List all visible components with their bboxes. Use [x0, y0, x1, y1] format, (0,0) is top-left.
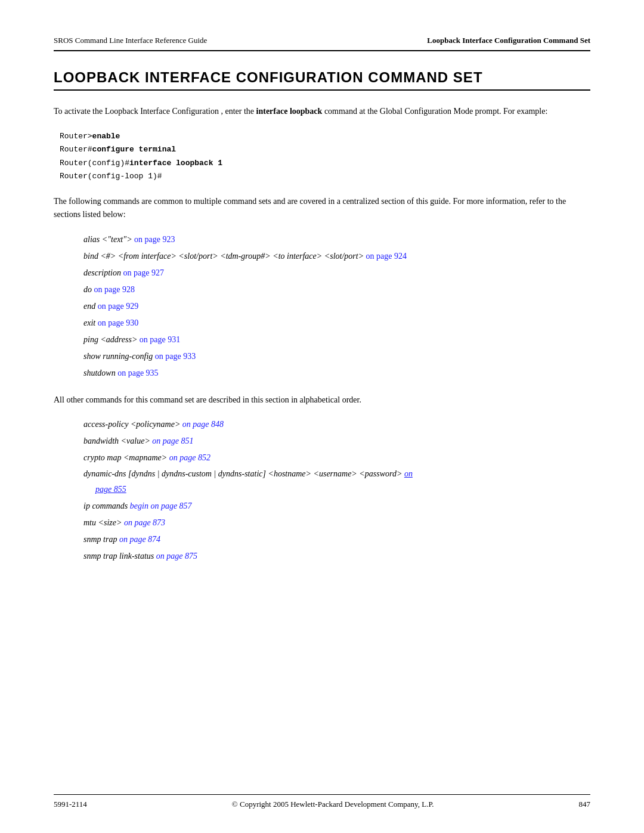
link-item-alias: alias <"text"> on page 923	[83, 231, 590, 248]
link-bandwidth[interactable]: on page 851	[152, 436, 193, 445]
link-item-mtu: mtu <size> on page 873	[83, 515, 590, 531]
link-item-dynamic-dns: dynamic-dns [dyndns | dyndns-custom | dy…	[83, 466, 590, 481]
all-other-text: All other commands for this command set …	[54, 394, 590, 407]
footer-page-number: 847	[578, 800, 590, 809]
footer-doc-number: 5991-2114	[54, 800, 87, 809]
link-mtu[interactable]: on page 873	[124, 518, 165, 527]
link-ping[interactable]: on page 931	[140, 335, 180, 344]
title-rule	[54, 89, 590, 91]
page: SROS Command Line Interface Reference Gu…	[0, 0, 644, 833]
link-end[interactable]: on page 929	[98, 302, 138, 311]
code-line-1: Router>enable	[60, 130, 590, 143]
code-line-3: Router(config)#interface loopback 1	[60, 157, 590, 170]
page-footer: 5991-2114 © Copyright 2005 Hewlett-Packa…	[54, 794, 590, 809]
link-crypto-map[interactable]: on page 852	[169, 453, 210, 462]
link-item-snmp-trap-link: snmp trap link-status on page 875	[83, 548, 590, 565]
link-item-shutdown: shutdown on page 935	[83, 365, 590, 382]
command-links-list: access-policy <policyname> on page 848 b…	[83, 416, 590, 565]
link-shutdown[interactable]: on page 935	[117, 368, 158, 377]
link-dynamic-dns[interactable]: on	[404, 469, 413, 478]
intro-text1: To activate the Loopback Interface Confi…	[54, 107, 256, 116]
link-item-description: description on page 927	[83, 265, 590, 281]
intro-bold1: interface loopback	[256, 107, 323, 116]
common-section-text: The following commands are common to mul…	[54, 195, 590, 222]
link-item-do: do on page 928	[83, 281, 590, 298]
link-item-bandwidth: bandwidth <value> on page 851	[83, 433, 590, 450]
header-right: Loopback Interface Configuration Command…	[427, 36, 590, 45]
intro-text2: command at the Global Configuration Mode…	[322, 107, 547, 116]
link-item-dynamic-dns-cont: page 855	[83, 481, 590, 498]
link-item-bind: bind <#> <from interface> <slot/port> <t…	[83, 248, 590, 265]
link-item-exit: exit on page 930	[83, 315, 590, 332]
link-exit[interactable]: on page 930	[98, 318, 138, 327]
code-block: Router>enable Router#configure terminal …	[60, 130, 590, 182]
page-header: SROS Command Line Interface Reference Gu…	[54, 36, 590, 45]
link-do[interactable]: on page 928	[94, 285, 135, 294]
link-item-ip-commands: ip commands begin on page 857	[83, 498, 590, 515]
link-bind[interactable]: on page 924	[366, 252, 407, 261]
link-item-access-policy: access-policy <policyname> on page 848	[83, 416, 590, 433]
link-show[interactable]: on page 933	[155, 352, 196, 361]
link-snmp-trap-link[interactable]: on page 875	[156, 552, 197, 561]
page-title: Loopback Interface Configuration Command…	[54, 69, 590, 86]
link-access-policy[interactable]: on page 848	[182, 420, 224, 429]
link-item-ping: ping <address> on page 931	[83, 332, 590, 348]
link-item-end: end on page 929	[83, 298, 590, 315]
link-snmp-trap[interactable]: on page 874	[119, 535, 160, 544]
code-line-4: Router(config-loop 1)#	[60, 170, 590, 183]
common-links-list: alias <"text"> on page 923 bind <#> <fro…	[83, 231, 590, 382]
header-rule	[54, 50, 590, 51]
code-line-2: Router#configure terminal	[60, 143, 590, 156]
link-item-snmp-trap: snmp trap on page 874	[83, 531, 590, 548]
intro-paragraph: To activate the Loopback Interface Confi…	[54, 105, 590, 118]
link-alias[interactable]: on page 923	[134, 235, 175, 244]
link-item-show: show running-config on page 933	[83, 348, 590, 365]
header-left: SROS Command Line Interface Reference Gu…	[54, 36, 207, 45]
link-description[interactable]: on page 927	[123, 268, 164, 277]
link-item-crypto-map: crypto map <mapname> on page 852	[83, 450, 590, 466]
link-ip-commands[interactable]: begin on page 857	[130, 501, 192, 510]
link-dynamic-dns-page[interactable]: page 855	[95, 485, 126, 494]
footer-copyright: © Copyright 2005 Hewlett-Packard Develop…	[232, 800, 434, 809]
